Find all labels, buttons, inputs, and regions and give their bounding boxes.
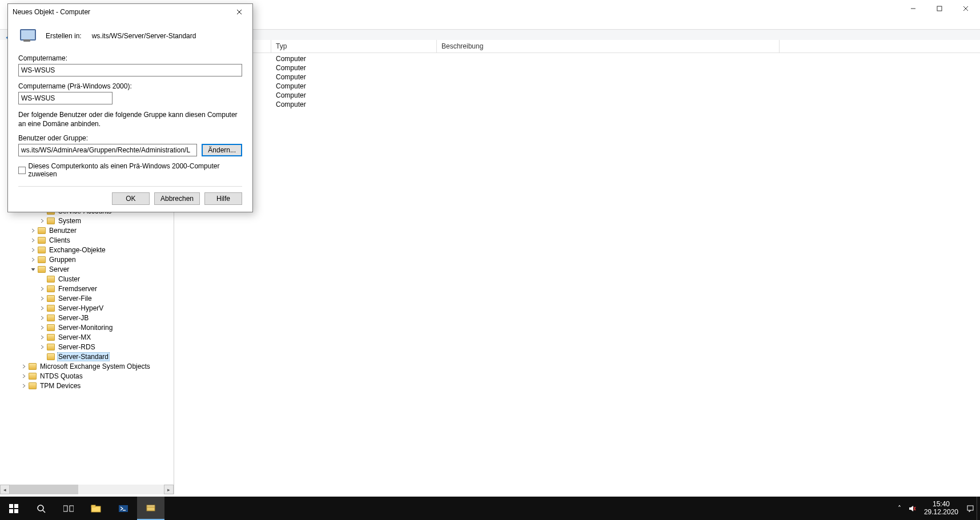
folder-icon bbox=[29, 373, 37, 380]
chevron-right-icon[interactable] bbox=[30, 247, 37, 253]
tree-item-label: Gruppen bbox=[48, 256, 77, 264]
chevron-right-icon[interactable] bbox=[39, 334, 46, 341]
svg-rect-15 bbox=[91, 505, 95, 507]
notifications-icon[interactable] bbox=[964, 497, 977, 520]
computername-label: Computername: bbox=[18, 54, 242, 62]
user-group-input[interactable] bbox=[18, 144, 197, 156]
list-body: ComputerComputerComputerComputerComputer… bbox=[174, 53, 980, 110]
list-row[interactable]: Computer bbox=[174, 82, 980, 91]
maximize-button[interactable] bbox=[926, 0, 953, 17]
list-row[interactable]: Computer bbox=[174, 63, 980, 72]
start-button[interactable] bbox=[0, 497, 27, 520]
pre2000-checkbox-row[interactable]: Dieses Computerkonto als einen Prä-Windo… bbox=[18, 162, 242, 178]
cell-type: Computer bbox=[271, 73, 437, 81]
tree-item[interactable]: System bbox=[0, 216, 174, 225]
pre2000-checkbox-label: Dieses Computerkonto als einen Prä-Windo… bbox=[29, 162, 242, 178]
app-icon-active[interactable] bbox=[137, 497, 164, 520]
file-explorer-icon[interactable] bbox=[82, 497, 110, 520]
tree-scrollbar[interactable]: ◂ ▸ bbox=[0, 485, 174, 494]
chevron-right-icon[interactable] bbox=[30, 237, 37, 244]
minimize-button[interactable] bbox=[900, 0, 926, 17]
chevron-right-icon[interactable] bbox=[21, 382, 27, 389]
tree-item[interactable]: Benutzer bbox=[0, 225, 174, 235]
folder-icon bbox=[47, 217, 55, 224]
chevron-right-icon[interactable] bbox=[30, 227, 37, 234]
scroll-track[interactable] bbox=[10, 485, 164, 494]
chevron-right-icon[interactable] bbox=[39, 344, 46, 350]
tree-item[interactable]: Server-File bbox=[0, 293, 174, 303]
dialog-titlebar[interactable]: Neues Objekt - Computer bbox=[8, 4, 252, 20]
scroll-thumb[interactable] bbox=[10, 485, 78, 494]
pre2000-checkbox[interactable] bbox=[18, 167, 26, 174]
svg-point-10 bbox=[38, 505, 43, 511]
tree-item[interactable]: Server-Standard bbox=[0, 352, 174, 361]
cell-description bbox=[437, 64, 446, 72]
help-button[interactable]: Hilfe bbox=[204, 192, 242, 205]
svg-rect-9 bbox=[14, 509, 18, 513]
tree-item[interactable]: Exchange-Objekte bbox=[0, 245, 174, 255]
cancel-button[interactable]: Abbrechen bbox=[154, 192, 200, 205]
cell-description bbox=[437, 91, 446, 99]
taskbar-clock[interactable]: 15:40 29.12.2020 bbox=[918, 501, 964, 517]
chevron-right-icon[interactable] bbox=[39, 285, 46, 292]
list-row[interactable]: Computer bbox=[174, 72, 980, 82]
tree-item[interactable]: Microsoft Exchange System Objects bbox=[0, 361, 174, 371]
chevron-right-icon[interactable] bbox=[21, 363, 27, 370]
tree-item[interactable]: Gruppen bbox=[0, 255, 174, 264]
svg-rect-12 bbox=[63, 506, 67, 511]
chevron-right-icon[interactable] bbox=[39, 315, 46, 321]
tree-item[interactable]: Clients bbox=[0, 235, 174, 245]
folder-icon bbox=[38, 247, 46, 253]
tree-item[interactable]: Fremdserver bbox=[0, 284, 174, 293]
list-row[interactable]: Computer bbox=[174, 54, 980, 63]
column-type[interactable]: Typ bbox=[271, 40, 437, 53]
scroll-right-button[interactable]: ▸ bbox=[164, 485, 174, 494]
tree-item-label: Exchange-Objekte bbox=[48, 246, 107, 254]
pre2000-input[interactable] bbox=[18, 92, 113, 104]
chevron-right-icon[interactable] bbox=[39, 295, 46, 302]
computer-icon bbox=[18, 28, 37, 44]
chevron-right-icon[interactable] bbox=[39, 324, 46, 331]
close-button[interactable] bbox=[953, 0, 979, 17]
powershell-icon[interactable] bbox=[110, 497, 137, 520]
column-description[interactable]: Beschreibung bbox=[437, 40, 780, 53]
tree-item[interactable]: TPM Devices bbox=[0, 381, 174, 390]
taskbar-time: 15:40 bbox=[924, 501, 958, 509]
ok-button[interactable]: OK bbox=[112, 192, 150, 205]
tree-item[interactable]: Server-RDS bbox=[0, 342, 174, 352]
chevron-right-icon[interactable] bbox=[21, 373, 27, 380]
chevron-right-icon[interactable] bbox=[39, 217, 46, 224]
folder-icon bbox=[47, 276, 55, 283]
cell-type: Computer bbox=[271, 82, 437, 90]
new-object-dialog: Neues Objekt - Computer Erstellen in: ws… bbox=[7, 3, 253, 212]
list-row[interactable]: Computer bbox=[174, 91, 980, 100]
tree-item[interactable]: Cluster bbox=[0, 274, 174, 284]
folder-icon bbox=[29, 382, 37, 389]
chevron-down-icon[interactable] bbox=[30, 266, 37, 273]
volume-icon[interactable] bbox=[906, 497, 918, 520]
create-in-row: Erstellen in: ws.its/WS/Server/Server-St… bbox=[18, 28, 242, 44]
tree-item[interactable]: NTDS Quotas bbox=[0, 371, 174, 381]
chevron-right-icon[interactable] bbox=[30, 256, 37, 263]
chevron-right-icon[interactable] bbox=[39, 305, 46, 312]
search-icon[interactable] bbox=[27, 497, 55, 520]
tree-item[interactable]: Server-HyperV bbox=[0, 303, 174, 313]
show-desktop-button[interactable] bbox=[977, 497, 980, 520]
dialog-close-button[interactable] bbox=[231, 6, 248, 18]
taskbar-date: 29.12.2020 bbox=[924, 509, 958, 517]
tree-item[interactable]: Server bbox=[0, 264, 174, 274]
change-button[interactable]: Ändern... bbox=[202, 144, 242, 156]
tree-item[interactable]: Server-JB bbox=[0, 313, 174, 323]
tree-item-label: Server-Standard bbox=[57, 352, 110, 361]
tray-up-icon[interactable]: ˄ bbox=[893, 497, 906, 520]
scroll-left-button[interactable]: ◂ bbox=[0, 485, 10, 494]
tree-item[interactable]: Server-Monitoring bbox=[0, 323, 174, 332]
tree-item-label: System bbox=[57, 217, 82, 225]
computername-input[interactable] bbox=[18, 64, 242, 76]
list-row[interactable]: Computer bbox=[174, 100, 980, 109]
tree-item-label: Clients bbox=[48, 236, 71, 244]
tree-item-label: NTDS Quotas bbox=[39, 372, 84, 380]
task-view-icon[interactable] bbox=[55, 497, 82, 520]
tree-item[interactable]: Server-MX bbox=[0, 332, 174, 342]
folder-icon bbox=[47, 324, 55, 331]
